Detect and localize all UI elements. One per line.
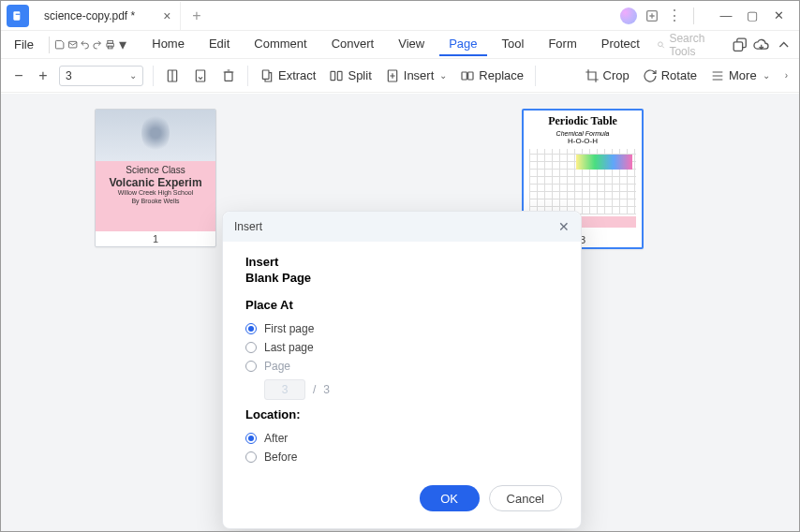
share-icon[interactable] (732, 35, 748, 55)
kebab-menu-icon[interactable]: ⋮ (667, 8, 682, 23)
svg-rect-12 (262, 70, 269, 79)
menu-protect[interactable]: Protect (592, 33, 649, 56)
menubar: File ▾ Home Edit Comment Convert View Pa… (1, 31, 799, 59)
menu-comment[interactable]: Comment (244, 33, 316, 56)
more-button[interactable]: More⌄ (708, 66, 772, 86)
ai-icon[interactable] (620, 7, 637, 24)
maximize-button[interactable]: ▢ (739, 3, 765, 29)
svg-rect-17 (468, 72, 473, 80)
menu-edit[interactable]: Edit (200, 33, 239, 56)
new-tab-button[interactable]: + (186, 7, 206, 24)
replace-button[interactable]: Replace (458, 66, 526, 86)
page-toolbar: − + 3 ⌄ Extract Split Insert⌄ Replace Cr… (1, 59, 799, 93)
location-heading: Location: (245, 407, 558, 421)
search-tools[interactable]: Search Tools (651, 29, 726, 61)
mail-icon[interactable] (67, 35, 78, 55)
page-thumbnail-1[interactable]: Science Class Volcanic Experim Willow Cr… (95, 109, 216, 247)
close-tab-icon[interactable]: × (163, 8, 170, 23)
radio-first-page[interactable]: First page (245, 319, 558, 338)
rotate-button[interactable]: Rotate (641, 66, 699, 86)
svg-rect-1 (16, 13, 21, 14)
ok-button[interactable]: OK (420, 485, 480, 511)
titlebar: science-copy.pdf * × + ⋮ — ▢ ✕ (1, 1, 799, 31)
insert-dialog: Insert ✕ Insert Blank Page Place At Firs… (222, 211, 582, 529)
extract-button[interactable]: Extract (258, 66, 318, 86)
overflow-icon[interactable]: › (781, 67, 790, 83)
dropdown-icon[interactable]: ▾ (117, 35, 127, 55)
page-box-icon[interactable] (163, 66, 182, 86)
menu-tabs: Home Edit Comment Convert View Page Tool… (142, 33, 649, 56)
svg-rect-8 (733, 42, 742, 51)
menu-tool[interactable]: Tool (493, 33, 534, 56)
redo-icon[interactable] (92, 35, 102, 55)
radio-icon (245, 342, 257, 353)
svg-rect-0 (13, 11, 20, 20)
zoom-input[interactable]: 3 ⌄ (59, 66, 143, 86)
insert-heading: Insert (245, 255, 558, 269)
page-number-input[interactable] (264, 379, 305, 400)
zoom-in-button[interactable]: + (35, 67, 52, 84)
radio-page[interactable]: Page (245, 357, 558, 376)
extension-icon[interactable] (644, 8, 659, 23)
file-tab[interactable]: science-copy.pdf * × (35, 2, 181, 30)
radio-before[interactable]: Before (245, 448, 558, 466)
svg-rect-10 (196, 70, 204, 81)
cloud-icon[interactable] (753, 35, 769, 55)
radio-icon (245, 323, 257, 334)
place-at-heading: Place At (245, 298, 558, 312)
insert-button[interactable]: Insert⌄ (383, 66, 450, 86)
delete-page-icon[interactable] (219, 66, 238, 86)
undo-icon[interactable] (80, 35, 90, 55)
page-canvas: Science Class Volcanic Experim Willow Cr… (1, 94, 799, 531)
svg-rect-14 (338, 71, 343, 80)
menu-page[interactable]: Page (439, 33, 486, 56)
svg-rect-13 (331, 71, 335, 80)
svg-rect-6 (108, 46, 112, 49)
svg-rect-16 (462, 72, 467, 80)
print-icon[interactable] (105, 35, 115, 55)
radio-icon (245, 433, 257, 444)
zoom-out-button[interactable]: − (10, 67, 27, 84)
radio-last-page[interactable]: Last page (245, 338, 558, 357)
blank-page-heading: Blank Page (245, 271, 558, 285)
menu-convert[interactable]: Convert (322, 33, 384, 56)
cancel-button[interactable]: Cancel (489, 485, 562, 511)
app-icon (7, 5, 29, 27)
dialog-title: Insert (234, 220, 262, 233)
page-number: 1 (96, 231, 215, 246)
svg-rect-11 (225, 72, 232, 81)
svg-rect-4 (107, 40, 112, 43)
tab-title: science-copy.pdf * (44, 9, 135, 22)
close-window-button[interactable]: ✕ (765, 3, 792, 29)
dialog-close-icon[interactable]: ✕ (558, 219, 570, 234)
menu-view[interactable]: View (389, 33, 434, 56)
radio-icon (245, 361, 257, 372)
split-button[interactable]: Split (327, 66, 373, 86)
radio-icon (245, 451, 257, 463)
file-menu[interactable]: File (8, 37, 43, 52)
svg-point-7 (659, 41, 663, 46)
radio-after[interactable]: After (245, 429, 558, 448)
page-label-icon[interactable] (191, 66, 210, 86)
collapse-icon[interactable] (776, 35, 792, 55)
save-icon[interactable] (54, 35, 65, 55)
crop-button[interactable]: Crop (583, 66, 631, 86)
menu-form[interactable]: Form (539, 33, 585, 56)
menu-home[interactable]: Home (142, 33, 194, 56)
minimize-button[interactable]: — (713, 3, 739, 29)
